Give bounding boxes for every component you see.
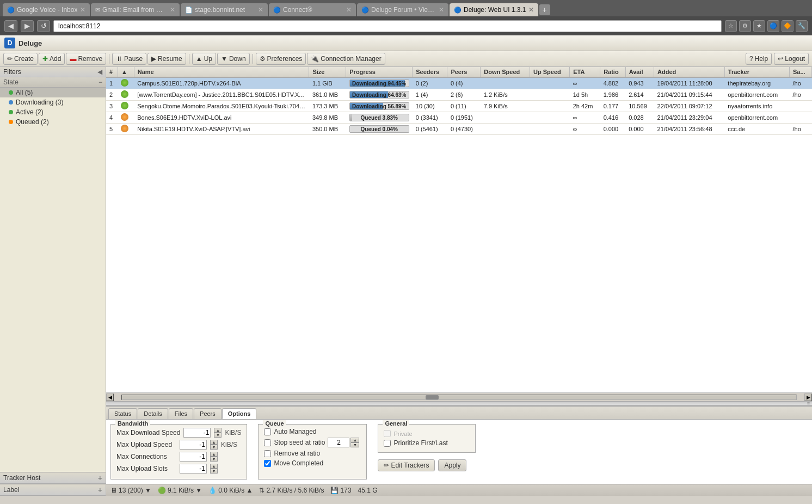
remove-button[interactable]: ▬ Remove: [66, 53, 106, 65]
tab-options[interactable]: Options: [222, 408, 257, 419]
cell-ratio: 0.416: [600, 112, 626, 124]
bookmark-icon[interactable]: ★: [753, 20, 765, 32]
label-add-icon[interactable]: +: [98, 485, 102, 494]
max-download-speed-label: Max Download Speed: [116, 429, 180, 437]
prioritize-checkbox[interactable]: [384, 440, 391, 447]
scroll-right[interactable]: ▶: [804, 394, 812, 401]
col-ratio[interactable]: Ratio: [600, 67, 626, 77]
col-tracker[interactable]: Tracker: [724, 67, 789, 77]
tracker-host-section[interactable]: Tracker Host +: [0, 472, 106, 484]
col-added[interactable]: Added: [654, 67, 725, 77]
sidebar-item-all[interactable]: All (5): [0, 88, 106, 97]
max-connections-input[interactable]: [180, 452, 207, 462]
col-avail[interactable]: Avail: [625, 67, 654, 77]
cell-peers: 0 (4730): [447, 124, 481, 135]
up-button[interactable]: ▲ Up: [192, 53, 216, 65]
filters-label: Filters: [3, 68, 21, 76]
connection-manager-button[interactable]: 🔌 Connection Manager: [307, 53, 385, 65]
preferences-button[interactable]: ⚙ Preferences: [256, 53, 306, 65]
col-name[interactable]: Name: [134, 67, 309, 77]
col-eta[interactable]: ETA: [570, 67, 600, 77]
sidebar-item-active[interactable]: Active (2): [0, 107, 106, 117]
ratio-spin-up[interactable]: ▲: [350, 438, 359, 442]
stop-seed-ratio-input[interactable]: [328, 438, 349, 447]
resume-button[interactable]: ▶ Resume: [147, 53, 186, 65]
ext-icon2[interactable]: 🔶: [782, 20, 793, 32]
max-download-speed-input[interactable]: [183, 428, 211, 438]
reload-button[interactable]: ↺: [37, 20, 50, 32]
ratio-spin-down[interactable]: ▼: [350, 442, 359, 447]
table-row[interactable]: 3 Sengoku.Otome.Momoiro.Paradox.S01E03.K…: [106, 101, 812, 112]
create-button[interactable]: ✏ Create: [3, 53, 38, 65]
auto-managed-checkbox[interactable]: [264, 428, 271, 435]
tab-peers[interactable]: Peers: [194, 408, 222, 419]
cell-num: 2: [106, 89, 118, 101]
cell-name: Campus.S01E01.720p.HDTV.x264-BiA: [134, 77, 309, 89]
max-connections-spinner[interactable]: ▲ ▼: [210, 452, 218, 462]
col-down-speed[interactable]: Down Speed: [481, 67, 530, 77]
col-progress[interactable]: Progress: [346, 67, 413, 77]
scroll-left[interactable]: ◀: [106, 394, 114, 401]
filters-section-header[interactable]: Filters ◀: [0, 67, 106, 77]
browser-tab-tab5[interactable]: 🔵Deluge Forum • View...✕: [357, 3, 448, 16]
logout-icon: ↩: [778, 55, 783, 63]
browser-tab-tab2[interactable]: ✉Gmail: Email from Go...✕: [91, 3, 180, 16]
add-button[interactable]: ✚ Add: [39, 53, 65, 65]
down-speed-icon: 🟢: [158, 487, 166, 494]
remove-ratio-checkbox[interactable]: [264, 450, 271, 457]
max-upload-slots-input[interactable]: [180, 464, 207, 474]
sidebar-item-queued[interactable]: Queued (2): [0, 117, 106, 127]
table-row[interactable]: 4 Bones.S06E19.HDTV.XviD-LOL.avi 349.8 M…: [106, 112, 812, 124]
edit-trackers-button[interactable]: ✏ Edit Trackers: [378, 459, 435, 471]
url-input[interactable]: [53, 20, 722, 32]
max-upload-speed-input[interactable]: [180, 440, 207, 450]
logout-button[interactable]: ↩ Logout: [774, 53, 809, 65]
max-download-speed-spinner[interactable]: ▲ ▼: [214, 428, 222, 438]
label-section[interactable]: Label +: [0, 484, 106, 496]
cell-seeders: 10 (30): [413, 101, 447, 112]
tracker-host-add-icon[interactable]: +: [98, 474, 102, 482]
app-container: D Deluge ✏ Create ✚ Add ▬ Remove ⏸ Pause…: [0, 35, 812, 496]
col-size[interactable]: Size: [309, 67, 346, 77]
forward-button[interactable]: ▶: [21, 20, 34, 32]
stop-seed-checkbox[interactable]: [264, 439, 271, 446]
cell-tracker: openbittorrent.com: [724, 89, 789, 101]
browser-tab-tab4[interactable]: 🔵Connect®✕: [269, 3, 356, 16]
col-flag[interactable]: ▲: [118, 67, 134, 77]
col-num[interactable]: #: [106, 67, 118, 77]
col-seeders[interactable]: Seeders: [413, 67, 447, 77]
tab-files[interactable]: Files: [169, 408, 193, 419]
table-row[interactable]: 5 Nikita.S01E19.HDTV.XviD-ASAP.[VTV].avi…: [106, 124, 812, 135]
col-up-speed[interactable]: Up Speed: [530, 67, 570, 77]
filters-collapse-icon[interactable]: ◀: [97, 68, 102, 76]
spinner-down[interactable]: ▼: [214, 433, 222, 438]
new-tab-button[interactable]: +: [539, 4, 550, 15]
apply-button[interactable]: Apply: [438, 459, 466, 471]
cell-tracker: nyaatorrents.info: [724, 101, 789, 112]
max-upload-speed-spinner[interactable]: ▲ ▼: [210, 440, 218, 450]
state-collapse-icon[interactable]: −: [99, 78, 102, 86]
back-button[interactable]: ◀: [4, 20, 17, 32]
col-sa[interactable]: Sa...: [789, 67, 811, 77]
star-icon[interactable]: ☆: [725, 20, 737, 32]
help-button[interactable]: ? Help: [746, 53, 772, 65]
table-row[interactable]: 1 Campus.S01E01.720p.HDTV.x264-BiA 1.1 G…: [106, 77, 812, 89]
max-upload-slots-spinner[interactable]: ▲ ▼: [210, 464, 218, 474]
settings-icon[interactable]: ⚙: [739, 20, 751, 32]
browser-tab-tab3[interactable]: 📄stage.bonnint.net✕: [181, 3, 268, 16]
browser-tab-tab6[interactable]: 🔵Deluge: Web UI 1.3.1✕: [450, 3, 538, 16]
table-row[interactable]: 2 [www.TorrentDay.com] - Justice.2011.BB…: [106, 89, 812, 101]
tab-details[interactable]: Details: [138, 408, 168, 419]
browser-tab-tab1[interactable]: 🔵Google Voice - Inbox✕: [3, 3, 90, 16]
pause-button[interactable]: ⏸ Pause: [112, 53, 146, 65]
ext-icon1[interactable]: 🔵: [767, 20, 779, 32]
scrollbar-track[interactable]: [121, 395, 797, 400]
tab-status[interactable]: Status: [108, 408, 137, 419]
sidebar-item-downloading[interactable]: Downloading (3): [0, 97, 106, 107]
ext-icon3[interactable]: 🔧: [796, 20, 808, 32]
col-peers[interactable]: Peers: [447, 67, 481, 77]
cell-up-speed: [530, 101, 570, 112]
move-completed-checkbox[interactable]: [264, 460, 271, 467]
down-button[interactable]: ▼ Down: [217, 53, 250, 65]
spinner-up[interactable]: ▲: [214, 428, 222, 433]
